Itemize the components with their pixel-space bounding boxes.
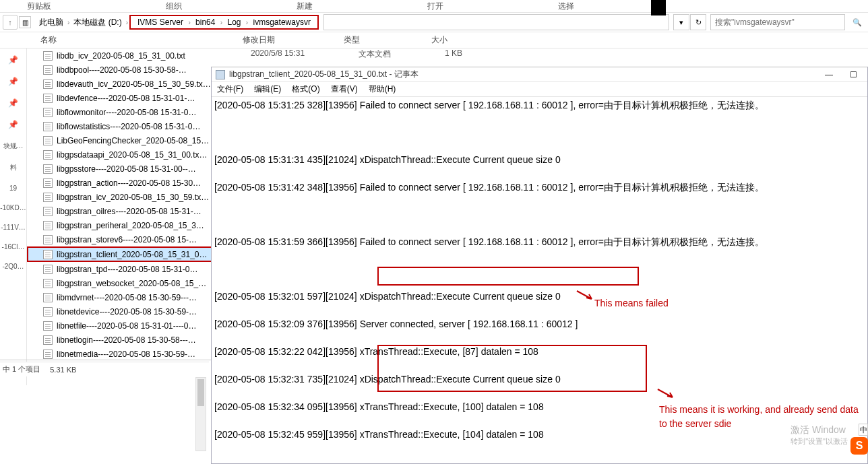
ime-lang-indicator[interactable]: 中: [859, 424, 868, 436]
file-icon: [43, 108, 53, 117]
file-row[interactable]: libgpstran_storev6----2020-05-08 15-…: [27, 232, 216, 246]
file-name: libgpstran_periheral_2020-05-08_15_3…: [57, 221, 204, 230]
file-name: libnetmedia----2020-05-08 15-30-59-…: [57, 350, 195, 359]
col-type[interactable]: 类型: [344, 34, 431, 46]
file-row[interactable]: libgpsdataapi_2020-05-08_15_31_00.tx…: [27, 147, 216, 162]
file-name: libnetfile----2020-05-08 15-31-01----0…: [57, 321, 196, 331]
file-row[interactable]: libgpstran_oilres----2020-05-08 15-31-…: [27, 204, 216, 218]
sidebar-label[interactable]: 块规…: [3, 141, 24, 151]
pin-icon[interactable]: 📌: [8, 120, 18, 129]
log-line: [2020-05-08 15:32:22 042][13956] xTransT…: [214, 345, 865, 359]
refresh-icon[interactable]: ↻: [690, 14, 706, 30]
file-row[interactable]: libdb_icv_2020-05-08_15_31_00.txt: [27, 48, 216, 63]
file-row[interactable]: libnetmedia----2020-05-08 15-30-59-…: [27, 347, 216, 361]
minimize-button[interactable]: —: [819, 69, 839, 81]
file-row[interactable]: libgpsstore----2020-05-08 15-31-00--…: [27, 162, 216, 176]
file-list[interactable]: 2020/5/8 15:31 文本文档 1 KB libdb_icv_2020-…: [27, 48, 216, 385]
file-icon: [43, 321, 53, 331]
file-row-selected[interactable]: libgpstran_tclient_2020-05-08_15_31_0…: [27, 246, 216, 262]
file-row[interactable]: libgpstran_action----2020-05-08 15-30…: [27, 176, 216, 190]
file-row[interactable]: libmdvrnet----2020-05-08 15-30-59---…: [27, 290, 216, 304]
column-headers: 名称 修改日期 类型 大小: [0, 32, 868, 48]
sidebar-label[interactable]: 料: [10, 163, 17, 172]
file-icon: [43, 94, 53, 103]
pin-icon[interactable]: 📌: [8, 98, 18, 108]
file-row[interactable]: libdevfence----2020-05-08 15-31-01-…: [27, 91, 216, 105]
chevron-right-icon: ›: [126, 19, 128, 26]
crumb-pc[interactable]: 此电脑: [36, 15, 66, 30]
ribbon-select[interactable]: 选择: [558, 1, 574, 12]
file-name: libnetlogin----2020-05-08 15-30-58---…: [57, 335, 196, 345]
file-icon: [43, 164, 53, 174]
crumb-log[interactable]: Log: [224, 16, 243, 28]
quick-access-sidebar: 📌 📌 📌 📌 块规… 料 19 -10KD… -111V… -16Cl… -2…: [0, 48, 27, 385]
file-icon: [43, 79, 53, 89]
file-icon: [43, 293, 53, 302]
sidebar-label[interactable]: 19: [9, 185, 17, 192]
dropdown-icon[interactable]: ▾: [673, 14, 689, 30]
menu-edit[interactable]: 编辑(E): [254, 84, 281, 95]
file-icon: [43, 265, 53, 274]
crumb-ivms[interactable]: IVMS Server: [135, 16, 186, 28]
menu-view[interactable]: 查看(V): [331, 84, 358, 95]
ribbon-new[interactable]: 新建: [297, 1, 313, 12]
up-button[interactable]: ↑: [3, 15, 18, 30]
file-name: libgpstran_icv_2020-05-08_15_30_59.tx…: [57, 193, 209, 202]
log-line: [2020-05-08 15:31:42 348][13956] Failed …: [214, 180, 865, 195]
notepad-titlebar[interactable]: libgpstran_tclient_2020-05-08_15_31_00.t…: [212, 67, 867, 82]
sidebar-label[interactable]: -16Cl…: [2, 243, 25, 251]
file-row[interactable]: libdevauth_icv_2020-05-08_15_30_59.tx…: [27, 77, 216, 91]
ribbon-organize[interactable]: 组织: [166, 1, 182, 12]
ribbon-clipboard[interactable]: 剪贴板: [27, 1, 51, 12]
sidebar-label[interactable]: -10KD…: [0, 204, 26, 211]
file-name: LibGeoFencingChecker_2020-05-08_15…: [57, 136, 209, 145]
file-row[interactable]: libgpstran_websocket_2020-05-08_15_…: [27, 276, 216, 290]
col-date[interactable]: 修改日期: [243, 34, 344, 46]
sidebar-label[interactable]: -2Q0…: [2, 263, 24, 270]
folder-icon: ▥: [19, 16, 31, 28]
scrollbar[interactable]: [195, 377, 206, 451]
file-name: libflowstatistics----2020-05-08 15-31-0…: [57, 122, 200, 131]
file-row[interactable]: libnetfile----2020-05-08 15-31-01----0…: [27, 319, 216, 333]
file-name: libdbpool----2020-05-08 15-30-58-…: [57, 65, 187, 75]
crumb-folder[interactable]: ivmsgatewaysvr: [251, 16, 313, 28]
file-icon: [43, 335, 53, 345]
search-input[interactable]: [710, 14, 845, 30]
search-icon[interactable]: 🔍: [849, 14, 865, 30]
black-corner: [651, 0, 666, 15]
file-name: libflowmonitor----2020-05-08 15-31-0…: [57, 108, 196, 117]
file-icon: [43, 221, 53, 230]
file-row[interactable]: LibGeoFencingChecker_2020-05-08_15…: [27, 133, 216, 147]
file-row[interactable]: libnetdevice----2020-05-08 15-30-59-…: [27, 304, 216, 319]
file-row[interactable]: libgpstran_tpd----2020-05-08 15-31-0…: [27, 262, 216, 276]
file-icon: [43, 51, 53, 61]
address-input[interactable]: [323, 14, 669, 30]
menu-file[interactable]: 文件(F): [217, 84, 243, 95]
file-icon: [43, 279, 53, 288]
file-name: libdevfence----2020-05-08 15-31-01-…: [57, 94, 195, 103]
file-icon: [43, 350, 53, 359]
menu-format[interactable]: 格式(O): [292, 84, 319, 95]
file-row[interactable]: libdbpool----2020-05-08 15-30-58-…: [27, 63, 216, 77]
sidebar-label[interactable]: -111V…: [1, 224, 26, 231]
ime-icon[interactable]: S: [850, 437, 868, 455]
file-row[interactable]: libgpstran_periheral_2020-05-08_15_3…: [27, 218, 216, 232]
file-name: libdb_icv_2020-05-08_15_31_00.txt: [57, 51, 185, 61]
ribbon-open[interactable]: 打开: [427, 1, 443, 12]
menu-help[interactable]: 帮助(H): [369, 84, 396, 95]
maximize-button[interactable]: ☐: [843, 69, 863, 81]
log-line: [2020-05-08 15:31:31 435][21024] xDispat…: [214, 153, 865, 167]
notepad-body[interactable]: [2020-05-08 15:31:25 328][13956] Failed …: [212, 97, 867, 463]
crumb-bin64[interactable]: bin64: [193, 16, 218, 28]
file-row[interactable]: libflowmonitor----2020-05-08 15-31-0…: [27, 105, 216, 119]
col-size[interactable]: 大小: [431, 34, 485, 46]
file-row[interactable]: libflowstatistics----2020-05-08 15-31-0…: [27, 119, 216, 133]
file-row[interactable]: libnetlogin----2020-05-08 15-30-58---…: [27, 333, 216, 347]
pin-icon[interactable]: 📌: [8, 55, 18, 65]
pin-icon[interactable]: 📌: [8, 77, 18, 86]
col-name[interactable]: 名称: [40, 34, 243, 46]
crumb-drive[interactable]: 本地磁盘 (D:): [71, 15, 124, 30]
breadcrumb[interactable]: 此电脑› 本地磁盘 (D:)› IVMS Server › bin64 › Lo…: [35, 14, 320, 30]
file-name: libgpstran_websocket_2020-05-08_15_…: [57, 279, 206, 288]
file-row[interactable]: libgpstran_icv_2020-05-08_15_30_59.tx…: [27, 190, 216, 204]
